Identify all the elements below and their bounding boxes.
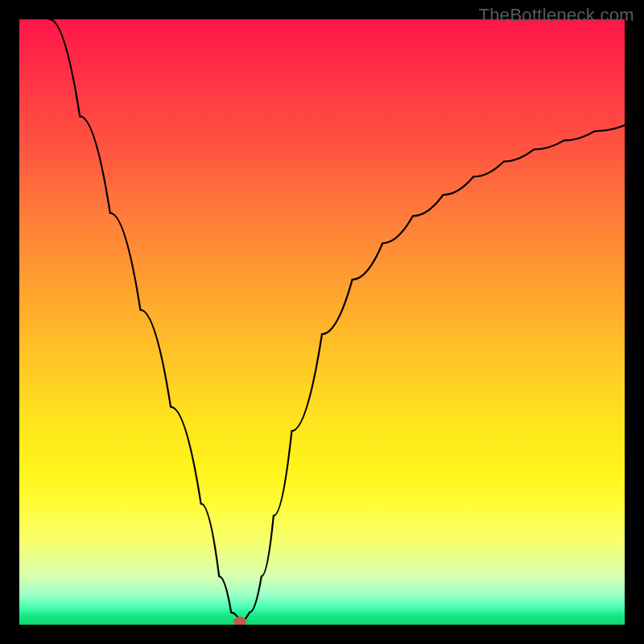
plot-area — [19, 19, 625, 625]
bottleneck-curve — [50, 19, 625, 621]
optimal-marker-icon — [233, 617, 246, 625]
watermark-text: TheBottleneck.com — [479, 5, 634, 26]
curve-svg — [19, 19, 625, 625]
